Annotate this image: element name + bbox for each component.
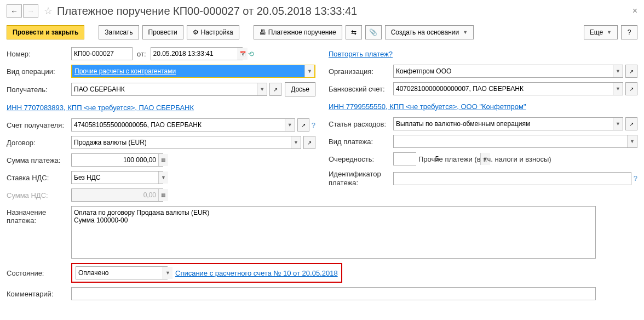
recipient-account-combo[interactable]: ▼ [71, 118, 295, 132]
operation-type-label: Вид операции: [7, 67, 71, 76]
recipient-account-input[interactable] [72, 119, 285, 131]
payment-sum-input[interactable] [72, 154, 158, 166]
open-ext-button[interactable]: ↗ [303, 136, 315, 149]
help-icon[interactable]: ? [312, 121, 315, 129]
chevron-down-icon[interactable]: ▼ [158, 172, 168, 184]
comment-label: Комментарий: [7, 290, 71, 298]
contract-combo[interactable]: ▼ [71, 136, 301, 149]
payment-type-label: Вид платежа: [329, 138, 393, 146]
payment-type-input[interactable] [394, 135, 627, 147]
chevron-down-icon[interactable]: ▼ [627, 135, 637, 147]
create-based-button[interactable]: Создать на основании ▼ [385, 25, 474, 39]
vat-sum-label: Сумма НДС: [7, 191, 71, 199]
help-icon[interactable]: ? [634, 174, 637, 182]
operation-type-input[interactable] [72, 65, 304, 77]
related-button[interactable]: ⇆ [346, 25, 362, 39]
open-ext-button[interactable]: ↗ [625, 82, 637, 95]
vat-sum-combo: ▦ [71, 188, 163, 202]
gear-icon: ⚙ [193, 28, 199, 36]
from-label: от: [137, 50, 146, 58]
chevron-down-icon[interactable]: ▼ [163, 267, 173, 279]
payment-sum-label: Сумма платежа: [7, 156, 71, 164]
chevron-down-icon: ▼ [607, 30, 612, 35]
date-combo[interactable]: 📅 [151, 47, 243, 60]
repeat-payment-link[interactable]: Повторять платеж? [329, 50, 393, 58]
chevron-down-icon[interactable]: ▼ [257, 83, 267, 95]
payment-id-input[interactable] [393, 172, 631, 185]
state-label: Состояние: [7, 269, 71, 277]
close-icon[interactable]: × [633, 6, 637, 16]
priority-text: Прочие платежи (в т.ч. налоги и взносы) [418, 155, 551, 163]
expense-item-combo[interactable]: ▼ [393, 117, 623, 130]
vat-rate-input[interactable] [72, 172, 158, 184]
chevron-down-icon: ▼ [463, 30, 468, 35]
purpose-textarea[interactable] [71, 206, 596, 259]
state-combo[interactable]: ▼ [76, 266, 168, 279]
recipient-label: Получатель: [7, 85, 71, 94]
paperclip-icon: 📎 [369, 28, 377, 36]
open-ext-button[interactable]: ↗ [297, 118, 309, 132]
help-button[interactable]: ? [621, 25, 637, 39]
attachment-button[interactable]: 📎 [365, 25, 382, 39]
comment-input[interactable] [71, 287, 596, 300]
chevron-down-icon[interactable]: ▼ [291, 136, 301, 148]
payment-id-label: Идентификатор платежа: [329, 170, 393, 187]
payment-type-combo[interactable]: ▼ [393, 135, 637, 148]
open-ext-button[interactable]: ↗ [269, 83, 281, 96]
post-and-close-button[interactable]: Провести и закрыть [7, 25, 84, 39]
bank-account-combo[interactable]: ▼ [393, 82, 623, 95]
org-inn-link[interactable]: ИНН 7799555550, КПП <не требуется>, ООО … [329, 102, 526, 111]
organization-combo[interactable]: ▼ [393, 65, 623, 78]
recipient-account-label: Счет получателя: [7, 121, 71, 129]
link-icon: ⇆ [351, 28, 357, 36]
state-highlight-box: ▼ Списание с расчетного счета № 10 от 20… [71, 263, 342, 283]
nav-back-button[interactable]: ← [7, 4, 22, 18]
operation-type-combo[interactable]: ▼ [71, 65, 315, 78]
organization-label: Организация: [329, 67, 393, 76]
expense-item-label: Статья расходов: [329, 120, 393, 128]
vat-sum-input [72, 189, 158, 201]
priority-label: Очередность: [329, 155, 393, 163]
print-button[interactable]: 🖶 Платежное поручение [254, 25, 342, 39]
recipient-input[interactable] [72, 83, 257, 95]
calendar-icon[interactable]: 📅 [238, 48, 248, 60]
contract-input[interactable] [72, 136, 291, 148]
expense-item-input[interactable] [394, 118, 613, 130]
organization-input[interactable] [394, 65, 613, 77]
number-input[interactable] [71, 47, 133, 60]
state-input[interactable] [76, 267, 163, 279]
payment-sum-combo[interactable]: ▦ [71, 153, 163, 167]
date-input[interactable] [151, 48, 238, 60]
chevron-down-icon[interactable]: ▼ [285, 119, 295, 131]
post-button[interactable]: Провести [142, 25, 183, 39]
open-ext-button[interactable]: ↗ [625, 117, 637, 130]
vat-rate-label: Ставка НДС: [7, 174, 71, 182]
refresh-icon[interactable]: ⟲ [248, 50, 254, 58]
number-label: Номер: [7, 50, 71, 58]
chevron-down-icon[interactable]: ▼ [613, 65, 623, 77]
nav-forward-button[interactable]: → [23, 4, 38, 18]
calculator-icon: ▦ [158, 189, 168, 201]
bank-account-label: Банковский счет: [329, 85, 393, 93]
vat-rate-combo[interactable]: ▼ [71, 171, 163, 184]
state-document-link[interactable]: Списание с расчетного счета № 10 от 20.0… [175, 269, 338, 277]
save-button[interactable]: Записать [99, 25, 139, 39]
page-title: Платежное поручение КП00-000027 от 20.05… [57, 5, 357, 18]
recipient-inn-link[interactable]: ИНН 7707083893, КПП <не требуется>, ПАО … [7, 104, 194, 112]
more-button[interactable]: Еще ▼ [584, 25, 618, 39]
open-ext-button[interactable]: ↗ [625, 65, 637, 78]
favorite-star-icon[interactable]: ☆ [44, 5, 53, 17]
chevron-down-icon[interactable]: ▼ [304, 65, 314, 77]
printer-icon: 🖶 [260, 28, 266, 36]
purpose-label: Назначение платежа: [7, 206, 71, 259]
bank-account-input[interactable] [394, 83, 613, 95]
contract-label: Договор: [7, 139, 71, 147]
recipient-combo[interactable]: ▼ [71, 83, 267, 96]
settings-button[interactable]: ⚙ Настройка [187, 25, 239, 39]
chevron-down-icon[interactable]: ▼ [613, 118, 623, 130]
chevron-down-icon[interactable]: ▼ [613, 83, 623, 95]
calculator-icon[interactable]: ▦ [158, 154, 168, 166]
priority-combo[interactable]: ▼ [393, 152, 416, 165]
dossier-button[interactable]: Досье [285, 82, 315, 96]
